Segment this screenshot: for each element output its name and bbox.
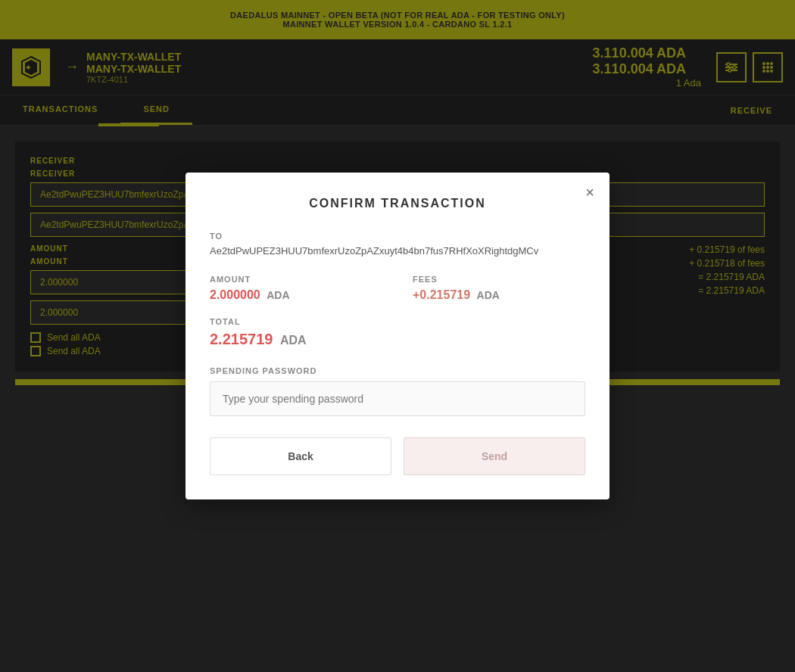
modal-total-number: 2.215719 xyxy=(210,331,273,347)
back-button[interactable]: Back xyxy=(210,437,391,475)
modal-address: Ae2tdPwUPEZ3HUU7bmfexrUzoZpAZxuyt4b4bn7f… xyxy=(210,245,585,257)
confirm-transaction-modal: × CONFIRM TRANSACTION TO Ae2tdPwUPEZ3HUU… xyxy=(186,173,610,499)
modal-fees-currency: ADA xyxy=(477,289,500,301)
modal-total-currency: ADA xyxy=(280,334,307,347)
modal-buttons: Back Send xyxy=(210,437,585,475)
modal-amount-currency: ADA xyxy=(267,289,289,301)
modal-amount-number: 2.000000 xyxy=(210,288,260,301)
modal-total-value: 2.215719 ADA xyxy=(210,331,585,348)
modal-total-label: TOTAL xyxy=(210,317,585,326)
modal-fees-block: FEES +0.215719 ADA xyxy=(413,275,585,302)
spending-password-input[interactable] xyxy=(210,381,585,416)
modal-amounts: AMOUNT 2.000000 ADA FEES +0.215719 ADA xyxy=(210,275,585,302)
modal-fees-value: +0.215719 ADA xyxy=(413,288,585,302)
modal-close-button[interactable]: × xyxy=(585,185,594,200)
send-button[interactable]: Send xyxy=(404,437,585,475)
modal-amount-label: AMOUNT xyxy=(210,275,382,284)
modal-title: CONFIRM TRANSACTION xyxy=(210,197,585,210)
modal-overlay: × CONFIRM TRANSACTION TO Ae2tdPwUPEZ3HUU… xyxy=(0,0,795,672)
modal-to-label: TO xyxy=(210,232,585,241)
modal-password-label: SPENDING PASSWORD xyxy=(210,366,585,375)
modal-fees-number: +0.215719 xyxy=(413,288,470,301)
modal-amount-block: AMOUNT 2.000000 ADA xyxy=(210,275,382,302)
modal-amount-value: 2.000000 ADA xyxy=(210,288,382,302)
modal-fees-label: FEES xyxy=(413,275,585,284)
